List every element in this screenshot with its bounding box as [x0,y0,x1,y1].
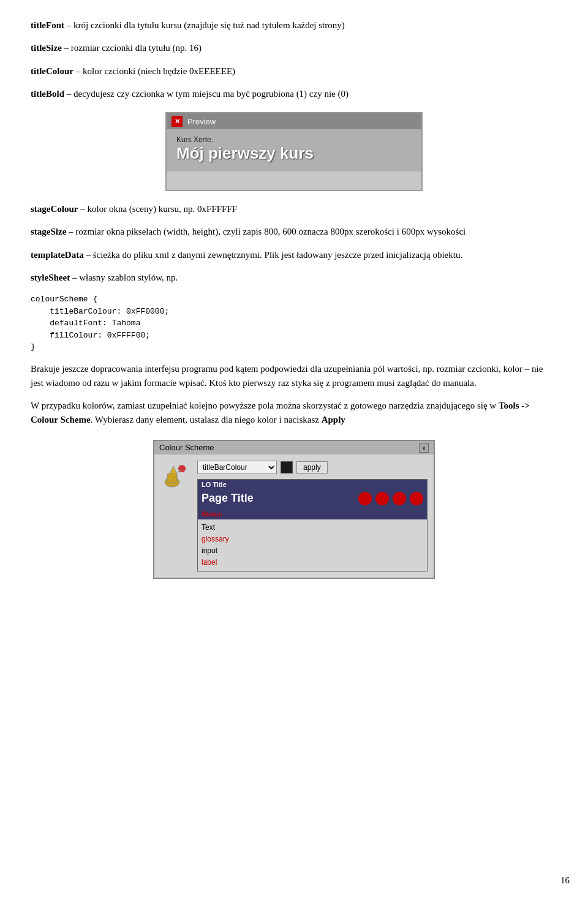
cs-text-area: Text glossary input label [198,519,427,572]
cs-page-title-label: Page Title [202,492,254,505]
cs-apply-button[interactable]: apply [296,461,328,474]
preview-main: Kurs Xerte. Mój pierwszy kurs [167,129,421,172]
cs-page-title-row: Page Title [198,489,427,508]
code-line-4: fillColour: 0xFFFF00; [31,330,557,342]
svg-rect-1 [167,474,177,483]
cs-row1: titleBarColour apply [197,461,428,474]
preview-label: Preview [187,117,216,126]
para-stagecolour: stageColour – kolor okna (sceny) kursu, … [31,202,557,216]
cs-status-label: Status [202,510,222,518]
para-titlesize: titleSize – rozmiar czcionki dla tytułu … [31,41,557,55]
para-stagesize: stageSize – rozmiar okna pikselach (widt… [31,225,557,239]
cs-inner-preview: LO Title Page Title Stat [197,479,428,572]
para-titlecolour: titleColour – kolor czcionki (niech będz… [31,64,557,78]
page-content: titleFont – krój czcionki dla tytułu kur… [31,18,557,579]
preview-bottom [167,172,421,190]
para-brakuje: Brakuje jeszcze dopracowania interfejsu … [31,362,557,391]
cs-body: titleBarColour apply LO Title Page Title [154,455,434,578]
cs-element-dropdown[interactable]: titleBarColour [197,461,277,474]
cs-glossary-line: glossary [202,534,423,545]
code-line-2: titleBarColour: 0xFF0000; [31,306,557,318]
para-templatedata: templateData – ścieżka do pliku xml z da… [31,248,557,262]
cs-title: Colour Scheme [159,443,214,452]
cs-circle-3 [393,492,406,505]
cs-titlebar: Colour Scheme x [154,441,434,455]
cs-paint-icon-area [160,461,191,491]
code-line-3: defaultFont: Tahoma [31,317,557,330]
paint-bucket-icon [162,462,189,489]
code-block: colourScheme { titleBarColour: 0xFF0000;… [31,293,557,353]
para-stylesheet: styleSheet – własny szablon stylów, np. [31,271,557,285]
preview-x-icon: ✕ [172,116,183,127]
preview-course-title: Mój pierwszy kurs [176,144,412,163]
cs-input-line: input [202,545,423,557]
cs-circle-4 [410,492,423,505]
preview-box: ✕ Preview Kurs Xerte. Mój pierwszy kurs [165,112,423,191]
preview-course-sublabel: Kurs Xerte. [176,135,412,144]
para-titlefont: titleFont – krój czcionki dla tytułu kur… [31,18,557,32]
cs-circle-1 [358,492,372,505]
para-wprzypadku: W przypadku kolorów, zamiast uzupełniać … [31,399,557,428]
cs-lo-title: LO Title [198,480,427,489]
cs-close-button[interactable]: x [419,443,429,453]
cs-circles [358,492,423,505]
code-line-5: } [31,341,557,353]
code-line-1: colourScheme { [31,293,557,306]
cs-label-line: label [202,557,423,568]
cs-circle-2 [375,492,389,505]
para-titlebold: titleBold – decydujesz czy czcionka w ty… [31,87,557,101]
cs-color-swatch[interactable] [281,461,293,474]
cs-controls: titleBarColour apply LO Title Page Title [197,461,428,572]
cs-status-row: Status [198,508,427,519]
cs-text-line: Text [202,522,423,534]
preview-titlebar: ✕ Preview [167,113,421,129]
colour-scheme-dialog: Colour Scheme x t [153,440,435,579]
